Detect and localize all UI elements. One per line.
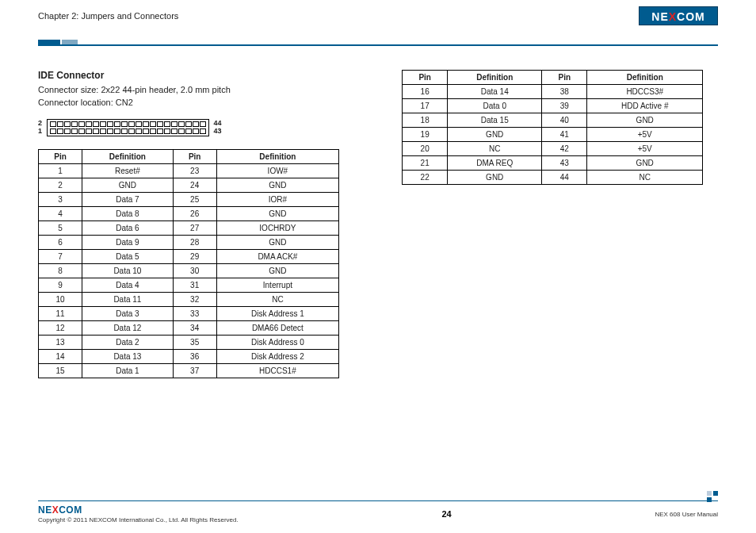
footer-left: NEXCOM Copyright © 2011 NEXCOM Internati…: [38, 504, 239, 523]
connector-size: Connector size: 2x22 44-pin header, 2.0 …: [38, 85, 231, 94]
logo-x: X: [669, 10, 677, 23]
cell-definition: Disk Address 0: [216, 336, 338, 350]
cell-definition: GND: [82, 178, 173, 193]
cell-pin: 8: [39, 264, 82, 278]
cell-definition: GND: [587, 156, 703, 171]
pin-square: [121, 128, 128, 135]
cell-pin: 32: [173, 293, 216, 307]
cell-pin: 6: [39, 236, 82, 250]
cell-pin: 10: [39, 293, 82, 307]
section-description: Connector size: 2x22 44-pin header, 2.0 …: [38, 84, 354, 109]
cell-pin: 18: [403, 113, 448, 128]
pin-square: [107, 121, 113, 128]
cell-pin: 33: [173, 307, 216, 321]
cell-pin: 29: [173, 250, 216, 264]
table-row: 13Data 235Disk Address 0: [39, 336, 339, 350]
pin-square: [50, 121, 56, 128]
th-definition: Definition: [448, 71, 542, 85]
table-row: 18Data 1540GND: [403, 113, 703, 128]
cell-definition: Data 12: [82, 321, 173, 336]
cell-pin: 26: [173, 207, 216, 221]
pin-square: [71, 128, 78, 135]
cell-definition: Data 5: [82, 250, 173, 264]
pin-square: [114, 128, 120, 135]
cell-pin: 35: [173, 336, 216, 350]
cell-pin: 30: [173, 264, 216, 278]
footer-logo-pre: NE: [38, 504, 52, 516]
table-row: 2GND24GND: [39, 178, 339, 193]
cell-pin: 15: [39, 364, 82, 378]
cell-definition: IOR#: [216, 193, 338, 207]
table-header-row: Pin Definition Pin Definition: [39, 150, 339, 164]
cell-definition: +5V: [587, 142, 703, 156]
pin-square: [193, 128, 199, 135]
cell-pin: 20: [403, 142, 448, 156]
cell-pin: 34: [173, 321, 216, 336]
cell-pin: 37: [173, 364, 216, 378]
pin-square: [128, 128, 135, 135]
cell-pin: 28: [173, 236, 216, 250]
pin-square: [128, 121, 135, 128]
pin-square: [143, 121, 149, 128]
cell-definition: Data 15: [448, 113, 542, 128]
cell-definition: Data 0: [448, 99, 542, 113]
th-definition: Definition: [82, 150, 173, 164]
cell-pin: 16: [403, 85, 448, 99]
cell-definition: GND: [216, 207, 338, 221]
cell-definition: Data 4: [82, 278, 173, 293]
cell-definition: Data 6: [82, 221, 173, 236]
cell-definition: Data 13: [82, 350, 173, 364]
connector-diagram: 2 1 44 43: [38, 119, 354, 137]
cell-definition: Data 10: [82, 264, 173, 278]
brand-logo: NEXCOM: [639, 6, 718, 25]
table-row: 16Data 1438HDCCS3#: [403, 85, 703, 99]
cell-pin: 17: [403, 99, 448, 113]
cell-pin: 44: [542, 171, 587, 185]
cell-definition: Data 14: [448, 85, 542, 99]
pin-square: [50, 128, 56, 135]
section-title: IDE Connector: [38, 70, 354, 81]
cell-definition: GND: [448, 128, 542, 142]
pin-square: [150, 121, 156, 128]
header-rule: [38, 44, 718, 46]
table-row: 10Data 1132NC: [39, 293, 339, 307]
cell-definition: GND: [448, 171, 542, 185]
pin-square: [57, 121, 63, 128]
pin-table-left: Pin Definition Pin Definition 1Reset#23I…: [38, 149, 339, 378]
cell-pin: 19: [403, 128, 448, 142]
pin-square: [185, 121, 192, 128]
cell-pin: 14: [39, 350, 82, 364]
pin-label-1: 1: [38, 128, 42, 136]
table-row: 20NC42+5V: [403, 142, 703, 156]
table-row: 4Data 826GND: [39, 207, 339, 221]
cell-pin: 22: [403, 171, 448, 185]
pin-row: [50, 121, 206, 128]
cell-definition: IOCHRDY: [216, 221, 338, 236]
table-row: 8Data 1030GND: [39, 264, 339, 278]
cell-pin: 21: [403, 156, 448, 171]
cell-pin: 11: [39, 307, 82, 321]
pin-square: [200, 121, 206, 128]
cell-definition: HDD Active #: [587, 99, 703, 113]
table-row: 6Data 928GND: [39, 236, 339, 250]
pin-square: [121, 121, 128, 128]
cell-pin: 42: [542, 142, 587, 156]
footer-rule: [38, 500, 718, 501]
left-column: IDE Connector Connector size: 2x22 44-pi…: [38, 70, 354, 485]
cell-definition: HDCCS3#: [587, 85, 703, 99]
pin-square: [57, 128, 63, 135]
table-row: 5Data 627IOCHRDY: [39, 221, 339, 236]
pin-table-right: Pin Definition Pin Definition 16Data 143…: [402, 70, 703, 185]
pin-square: [164, 128, 170, 135]
cell-pin: 23: [173, 164, 216, 178]
cell-pin: 24: [173, 178, 216, 193]
cell-definition: Disk Address 1: [216, 307, 338, 321]
cell-definition: +5V: [587, 128, 703, 142]
page-content: IDE Connector Connector size: 2x22 44-pi…: [38, 70, 718, 485]
pin-square: [64, 121, 71, 128]
cell-definition: Data 1: [82, 364, 173, 378]
pin-square: [200, 128, 206, 135]
chapter-title: Chapter 2: Jumpers and Connectors: [38, 11, 718, 21]
connector-body: [47, 119, 209, 137]
cell-definition: IOW#: [216, 164, 338, 178]
